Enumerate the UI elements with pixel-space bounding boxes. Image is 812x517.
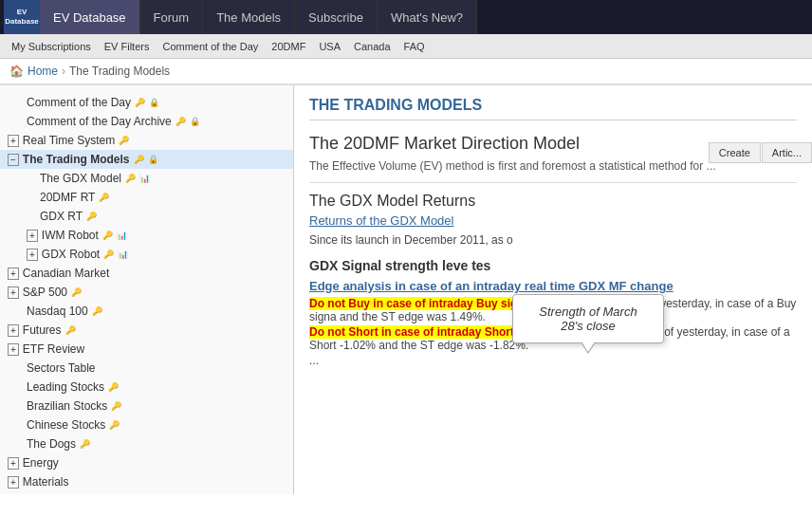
sidebar-label: Futures: [23, 323, 62, 337]
sidebar-item-comment-archive[interactable]: Comment of the Day Archive 🔑 🔒: [0, 112, 293, 131]
nav-tab-subscribe[interactable]: Subscribe: [295, 0, 378, 34]
sidebar-item-nasdaq[interactable]: Nasdaq 100 🔑: [0, 302, 293, 321]
sidebar-label: Brazilian Stocks: [27, 399, 107, 413]
expand-icon: +: [8, 476, 19, 489]
expand-icon: +: [8, 286, 19, 299]
home-icon: 🏠: [9, 65, 24, 78]
sidebar-label: Comment of the Day: [27, 96, 131, 109]
main-layout: Comment of the Day 🔑 🔒 Comment of the Da…: [0, 85, 812, 494]
sidebar-label: GDX Robot: [42, 248, 100, 261]
section2-body: Since its launch in December 2011, as o: [309, 233, 797, 247]
key-icon: 🔑: [99, 193, 109, 202]
sidebar-item-sectors-table[interactable]: Sectors Table: [0, 359, 293, 378]
sidebar-item-leading-stocks[interactable]: Leading Stocks 🔑: [0, 378, 293, 397]
sidebar-item-iwm-robot[interactable]: + IWM Robot 🔑 📊: [0, 226, 293, 245]
lock-icon: 🔒: [190, 117, 200, 126]
chart-icon: 📊: [139, 174, 150, 183]
sidebar-label: ETF Review: [23, 342, 84, 356]
sub-nav-20dmf[interactable]: 20DMF: [266, 39, 311, 54]
sidebar-item-brazilian-stocks[interactable]: Brazilian Stocks 🔑: [0, 397, 293, 415]
section1-title: The 20DMF Market Direction Model: [309, 134, 797, 154]
sub-nav-subscriptions[interactable]: My Subscriptions: [6, 39, 97, 54]
top-navigation: EV Database EV Database Forum The Models…: [0, 0, 812, 34]
page-title: THE TRADING MODELS: [309, 97, 797, 120]
nav-tabs: EV Database Forum The Models Subscribe W…: [40, 0, 477, 34]
key-icon: 🔑: [119, 136, 129, 145]
section2-title: The GDX Model Returns: [309, 193, 797, 210]
sidebar: Comment of the Day 🔑 🔒 Comment of the Da…: [0, 85, 294, 494]
sidebar-item-comment-of-day[interactable]: Comment of the Day 🔑 🔒: [0, 93, 293, 112]
key-icon: 🔑: [111, 401, 121, 411]
sidebar-item-gdx-robot[interactable]: + GDX Robot 🔑 📊: [0, 245, 293, 264]
chart-icon: 📊: [117, 231, 127, 240]
sidebar-item-canadian-market[interactable]: + Canadian Market: [0, 264, 293, 283]
sidebar-item-gdx-model[interactable]: The GDX Model 🔑 📊: [0, 169, 293, 188]
sidebar-label: The GDX Model: [40, 172, 121, 185]
nav-tab-models[interactable]: The Models: [203, 0, 295, 34]
expand-icon: +: [27, 249, 38, 261]
sidebar-item-futures[interactable]: + Futures 🔑: [0, 321, 293, 340]
divider1: [309, 182, 797, 183]
key-icon: 🔑: [86, 212, 97, 221]
section2-link[interactable]: Returns of the GDX Model: [309, 213, 797, 228]
sidebar-label: Real Time System: [23, 134, 115, 147]
key-icon: 🔑: [175, 117, 186, 126]
breadcrumb-separator: ›: [62, 65, 65, 78]
sidebar-item-sp500[interactable]: + S&P 500 🔑: [0, 283, 293, 302]
sidebar-item-real-time-system[interactable]: + Real Time System 🔑: [0, 131, 293, 150]
key-icon: 🔑: [65, 325, 76, 335]
expand-icon: +: [8, 324, 19, 337]
key-icon: 🔑: [108, 382, 119, 392]
breadcrumb: 🏠 Home › The Trading Models: [0, 59, 812, 84]
sidebar-label: The Trading Models: [23, 153, 130, 166]
sub-nav-comment[interactable]: Comment of the Day: [157, 39, 264, 54]
edge-analysis-title: Edge analysis in case of an intraday rea…: [309, 279, 797, 293]
sub-nav-canada[interactable]: Canada: [348, 39, 397, 54]
sidebar-label: 20DMF RT: [40, 191, 95, 204]
expand-icon: −: [8, 154, 19, 166]
sub-nav-usa[interactable]: USA: [313, 39, 346, 54]
tooltip-tail-inner: [581, 342, 595, 352]
lock-icon: 🔒: [148, 155, 158, 164]
sidebar-label: IWM Robot: [42, 229, 99, 242]
sub-nav-faq[interactable]: FAQ: [398, 39, 431, 54]
lock-icon: 🔒: [149, 98, 159, 107]
sidebar-item-materials[interactable]: + Materials: [0, 472, 293, 491]
key-icon: 🔑: [125, 174, 136, 183]
sidebar-label: GDX RT: [40, 210, 83, 223]
sidebar-item-the-dogs[interactable]: The Dogs 🔑: [0, 434, 293, 453]
nav-tab-whats-new[interactable]: What's New?: [378, 0, 477, 34]
expand-icon: +: [8, 268, 19, 280]
section1-desc: The Effective Volume (EV) method is firs…: [309, 159, 797, 173]
sidebar-label: Materials: [23, 475, 69, 489]
tooltip-text: Strength of March 28's close: [539, 305, 637, 333]
sidebar-item-20dmf-rt[interactable]: 20DMF RT 🔑: [0, 188, 293, 207]
sidebar-label: Energy: [23, 456, 59, 470]
chart-icon: 📊: [118, 249, 128, 259]
sidebar-label: Leading Stocks: [27, 380, 104, 394]
key-icon: 🔑: [134, 155, 144, 164]
expand-icon: +: [8, 457, 19, 470]
sidebar-item-energy[interactable]: + Energy: [0, 453, 293, 472]
nav-tab-forum[interactable]: Forum: [140, 0, 204, 34]
nav-tab-ev-database[interactable]: EV Database: [40, 0, 140, 34]
sidebar-label: The Dogs: [27, 437, 76, 451]
expand-icon: +: [8, 135, 19, 147]
sidebar-item-etf-review[interactable]: + ETF Review: [0, 340, 293, 359]
sidebar-label: Comment of the Day Archive: [27, 115, 172, 128]
sidebar-item-chinese-stocks[interactable]: Chinese Stocks 🔑: [0, 415, 293, 434]
sidebar-item-trading-models[interactable]: − The Trading Models 🔑 🔒: [0, 150, 293, 169]
sub-nav-filters[interactable]: EV Filters: [99, 39, 156, 54]
sidebar-label: Canadian Market: [23, 267, 109, 280]
key-icon: 🔑: [135, 98, 145, 107]
expand-icon: +: [8, 343, 19, 356]
sidebar-label: S&P 500: [23, 286, 67, 299]
sidebar-item-gdx-rt[interactable]: GDX RT 🔑: [0, 207, 293, 226]
key-icon: 🔑: [71, 287, 82, 297]
sidebar-label: Chinese Stocks: [27, 418, 105, 432]
sidebar-label: Sectors Table: [27, 361, 96, 375]
main-content: THE TRADING MODELS The 20DMF Market Dire…: [294, 85, 812, 494]
logo[interactable]: EV Database: [4, 0, 40, 34]
key-icon: 🔑: [109, 420, 120, 430]
home-link[interactable]: Home: [28, 65, 58, 78]
